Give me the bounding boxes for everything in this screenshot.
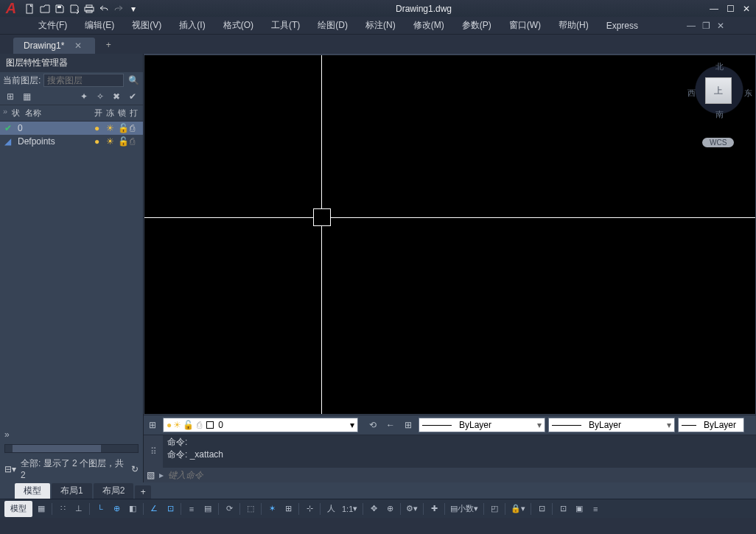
layer-search-input[interactable] (43, 74, 124, 87)
clean-screen-icon[interactable]: ▣ (572, 501, 587, 517)
workspace-icon[interactable]: ⚙▾ (404, 501, 420, 517)
new-icon[interactable] (24, 2, 37, 15)
plot-icon[interactable]: ⎙ (128, 136, 140, 147)
otrack-icon[interactable]: ⊡ (163, 501, 178, 517)
linetype-combo[interactable]: ByLayer ▾ (419, 418, 545, 432)
command-input[interactable] (168, 470, 753, 480)
ortho-icon[interactable]: └ (93, 501, 108, 517)
layer-state-icon[interactable]: ⊞ (400, 417, 416, 433)
menu-file[interactable]: 文件(F) (29, 17, 76, 34)
save-icon[interactable] (53, 2, 66, 15)
layer-props-icon[interactable]: ⊞ (144, 417, 161, 433)
snap-icon[interactable]: ∷ (55, 501, 70, 517)
maximize-button[interactable]: ☐ (724, 3, 737, 15)
search-icon[interactable]: 🔍 (127, 74, 140, 87)
doc-restore-button[interactable]: ❐ (700, 21, 712, 31)
hardware-accel-icon[interactable]: ⊡ (556, 501, 570, 517)
selection-filter-icon[interactable]: ⊞ (281, 501, 295, 517)
menu-express[interactable]: Express (598, 18, 647, 33)
compass-north[interactable]: 北 (715, 61, 724, 72)
lineweight-combo[interactable]: ByLayer ▾ (548, 418, 675, 432)
customize-icon[interactable]: ≡ (588, 501, 603, 517)
view-cube[interactable]: 北 南 东 西 上 WCS (686, 55, 752, 151)
col-plot[interactable]: 打 (128, 107, 140, 119)
view-cube-top[interactable]: 上 (705, 77, 732, 104)
iso-icon[interactable]: ◧ (125, 501, 140, 517)
col-status[interactable]: 状 (10, 107, 24, 119)
col-lock[interactable]: 锁 (116, 107, 128, 119)
lineweight-icon[interactable]: ≡ (184, 501, 199, 517)
open-icon[interactable] (38, 2, 52, 15)
annotation-visibility-icon[interactable]: ✥ (366, 501, 381, 517)
add-document-tab[interactable]: + (101, 38, 116, 52)
layer-combo[interactable]: ●☀ 🔓⎙ 0 ▾ (163, 418, 358, 432)
3dosnap-icon[interactable]: ⬚ (243, 501, 258, 517)
set-current-icon[interactable]: ✔ (125, 90, 140, 103)
delete-layer-icon[interactable]: ✖ (109, 90, 124, 103)
transparency-icon[interactable]: ▤ (200, 501, 215, 517)
menu-parametric[interactable]: 参数(P) (453, 17, 500, 34)
isolate-icon[interactable]: ⊡ (534, 501, 549, 517)
layer-horizontal-scrollbar[interactable] (4, 444, 139, 453)
lock-icon[interactable]: 🔓 (116, 123, 128, 133)
col-freeze[interactable]: 冻 (105, 107, 116, 119)
layout-tab-model[interactable]: 模型 (15, 483, 50, 499)
gizmo-icon[interactable]: ⊹ (302, 501, 317, 517)
annotation-monitor-icon[interactable]: ✚ (427, 501, 441, 517)
menu-view[interactable]: 视图(V) (123, 17, 170, 34)
invert-filter-icon[interactable]: ⊟▾ (4, 464, 16, 474)
compass-east[interactable]: 东 (744, 88, 752, 99)
layer-row[interactable]: ◢ Defpoints ● ☀ 🔓 ⎙ (0, 135, 143, 148)
add-layout-tab[interactable]: + (135, 485, 151, 499)
status-model-button[interactable]: 模型 (4, 501, 32, 517)
lock-icon[interactable]: 🔓 (116, 136, 128, 147)
new-filter-icon[interactable]: ▦ (19, 90, 34, 103)
quick-props-icon[interactable]: ◰ (487, 501, 502, 517)
annoscale-icon[interactable]: 人 (323, 501, 338, 517)
plot-icon[interactable]: ⎙ (128, 123, 140, 133)
freeze-icon[interactable]: ☀ (105, 136, 116, 147)
scale-button[interactable]: 1:1▾ (340, 501, 360, 517)
freeze-icon[interactable]: ☀ (105, 123, 116, 133)
menu-tools[interactable]: 工具(T) (262, 17, 309, 34)
drawing-canvas[interactable]: 北 南 东 西 上 WCS (144, 54, 756, 415)
menu-insert[interactable]: 插入(I) (170, 17, 214, 34)
menu-help[interactable]: 帮助(H) (550, 17, 598, 34)
layout-tab[interactable]: 布局2 (94, 483, 134, 499)
lock-ui-icon[interactable]: 🔒▾ (508, 501, 528, 517)
expand-panel-icon[interactable]: » (4, 429, 139, 440)
undo-icon[interactable] (97, 2, 111, 15)
menu-edit[interactable]: 编辑(E) (76, 17, 123, 34)
document-tab[interactable]: Drawing1* ✕ (13, 38, 95, 54)
units-button[interactable]: ▤ 小数▾ (448, 501, 480, 517)
refresh-icon[interactable]: ↻ (131, 464, 139, 474)
redo-icon[interactable] (112, 2, 125, 15)
menu-window[interactable]: 窗口(W) (500, 17, 550, 34)
match-layer-icon[interactable]: ⟲ (365, 417, 381, 433)
filter-icon[interactable]: ⊞ (3, 90, 18, 103)
menu-format[interactable]: 格式(O) (214, 17, 262, 34)
grid-icon[interactable]: ▦ (34, 501, 49, 517)
menu-modify[interactable]: 修改(M) (405, 17, 453, 34)
command-handle-icon[interactable]: ⠿ (144, 435, 163, 468)
print-icon[interactable] (83, 2, 96, 15)
layout-tab[interactable]: 布局1 (52, 483, 92, 499)
col-on[interactable]: 开 (93, 107, 105, 119)
polar-icon[interactable]: ⊕ (109, 501, 124, 517)
qat-dropdown-icon[interactable]: ▾ (127, 2, 140, 15)
col-name[interactable]: 名称 (24, 107, 93, 119)
osnap-icon[interactable]: ∠ (147, 501, 161, 517)
new-layer-icon[interactable]: ✦ (77, 90, 91, 103)
infer-icon[interactable]: ⊥ (71, 501, 86, 517)
close-button[interactable]: ✕ (740, 3, 753, 15)
cycle-icon[interactable]: ⟳ (222, 501, 237, 517)
saveas-icon[interactable] (68, 2, 81, 15)
menu-draw[interactable]: 绘图(D) (309, 17, 357, 34)
dyn-ucs-icon[interactable]: ✶ (265, 501, 279, 517)
doc-close-button[interactable]: ✕ (715, 21, 727, 31)
compass-south[interactable]: 南 (715, 109, 724, 120)
new-layer-freeze-icon[interactable]: ✧ (93, 90, 108, 103)
doc-minimize-button[interactable]: — (685, 21, 697, 31)
minimize-button[interactable]: — (707, 3, 721, 15)
on-icon[interactable]: ● (93, 123, 105, 133)
